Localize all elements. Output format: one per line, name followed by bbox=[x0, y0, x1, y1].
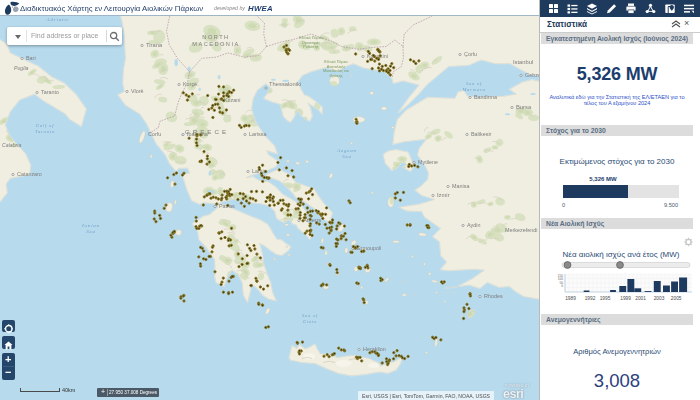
svg-text:Bandirma: Bandirma bbox=[474, 94, 497, 100]
svg-text:Aegean: Aegean bbox=[336, 148, 357, 153]
svg-text:Ermoupoli: Ermoupoli bbox=[357, 245, 381, 251]
svg-text:Νέα αιολική ισχύς ανά έτος (MW: Νέα αιολική ισχύς ανά έτος (MW) bbox=[563, 250, 680, 259]
svg-text:Gulf of: Gulf of bbox=[36, 123, 55, 128]
svg-text:Sea: Sea bbox=[342, 154, 352, 159]
svg-text:Bari: Bari bbox=[26, 55, 36, 61]
svg-text:Ροδόπης: Ροδόπης bbox=[303, 45, 319, 49]
svg-text:2001: 2001 bbox=[635, 296, 646, 301]
svg-text:Taranto: Taranto bbox=[35, 129, 55, 134]
svg-text:Rhodes: Rhodes bbox=[484, 293, 503, 299]
svg-text:Izmir: Izmir bbox=[437, 192, 450, 198]
svg-text:Çorlu: Çorlu bbox=[464, 51, 477, 57]
svg-text:1995: 1995 bbox=[600, 296, 611, 301]
svg-text:Kozani: Kozani bbox=[224, 97, 240, 103]
svg-text:Thessaloniki: Thessaloniki bbox=[269, 81, 301, 87]
svg-text:Balikesir: Balikesir bbox=[471, 131, 492, 137]
svg-text:Sea: Sea bbox=[86, 229, 96, 234]
svg-text:1999: 1999 bbox=[620, 296, 631, 301]
svg-text:Ανατολικής: Ανατολικής bbox=[327, 65, 346, 69]
svg-text:Sea of: Sea of bbox=[466, 81, 482, 86]
svg-text:Bursa: Bursa bbox=[516, 104, 532, 110]
svg-text:1989: 1989 bbox=[565, 296, 576, 301]
svg-text:Puglia: Puglia bbox=[14, 65, 29, 71]
svg-text:Mytilene: Mytilene bbox=[418, 159, 438, 165]
svg-text:Istanbul: Istanbul bbox=[513, 59, 533, 65]
svg-text:NORTH: NORTH bbox=[202, 34, 229, 40]
svg-text:Marmara: Marmara bbox=[461, 87, 485, 92]
svg-text:Korçë: Korçë bbox=[183, 81, 197, 87]
svg-text:Larissa: Larissa bbox=[249, 131, 266, 137]
svg-text:Vlorë: Vlorë bbox=[131, 88, 144, 94]
svg-text:Taranto: Taranto bbox=[41, 89, 59, 95]
svg-text:Merkezefendi: Merkezefendi bbox=[505, 227, 537, 233]
svg-text:Manisa: Manisa bbox=[452, 183, 469, 189]
svg-text:MACEDONIA: MACEDONIA bbox=[192, 41, 239, 47]
svg-text:Μακεδονίας και: Μακεδονίας και bbox=[323, 69, 349, 73]
svg-text:0: 0 bbox=[561, 284, 563, 288]
svg-text:Εθνικό Πάρκο: Εθνικό Πάρκο bbox=[324, 60, 347, 64]
svg-text:Ionian: Ionian bbox=[81, 223, 100, 228]
svg-text:1992: 1992 bbox=[585, 296, 596, 301]
svg-text:Οροσειράς: Οροσειράς bbox=[302, 41, 320, 45]
svg-text:Corfu: Corfu bbox=[148, 131, 161, 137]
svg-text:Crete: Crete bbox=[303, 319, 317, 324]
svg-text:Calabria: Calabria bbox=[2, 142, 21, 148]
svg-text:Adriatic: Adriatic bbox=[46, 17, 70, 22]
svg-text:Aydin: Aydin bbox=[467, 222, 480, 228]
svg-text:Catanzaro: Catanzaro bbox=[17, 171, 42, 177]
svg-text:Gebze: Gebze bbox=[525, 72, 539, 78]
svg-text:2005: 2005 bbox=[671, 296, 682, 301]
svg-text:2003: 2003 bbox=[654, 296, 665, 301]
svg-text:Sea of: Sea of bbox=[302, 313, 318, 318]
svg-text:Tirana: Tirana bbox=[146, 42, 163, 48]
svg-text:Εθνικό Πάρκο: Εθνικό Πάρκο bbox=[299, 36, 322, 40]
svg-text:Θράκης: Θράκης bbox=[329, 74, 342, 78]
